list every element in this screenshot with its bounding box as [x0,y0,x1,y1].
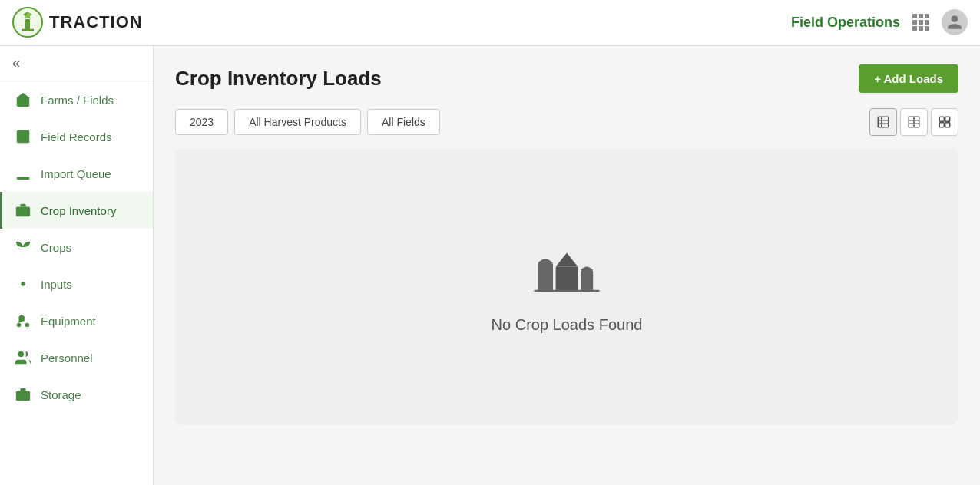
sidebar-item-field-records[interactable]: Field Records [0,118,153,155]
svg-rect-3 [25,19,30,30]
sidebar-collapse-button[interactable]: « [0,46,153,81]
sidebar-item-label: Storage [41,388,81,401]
sidebar-item-label: Field Records [41,130,112,144]
user-avatar[interactable] [942,9,968,35]
sidebar-item-label: Crop Inventory [41,204,116,217]
import-queue-icon [15,165,31,182]
view-toggle [869,108,958,136]
personnel-icon [15,349,31,366]
svg-rect-30 [581,270,593,291]
sidebar: « Farms / Fields Field Records Import Qu… [0,46,154,485]
card-view-button[interactable] [931,108,958,136]
svg-marker-29 [556,252,578,266]
svg-point-10 [21,282,25,286]
svg-rect-24 [945,117,950,121]
page-title: Crop Inventory Loads [175,67,382,91]
field-records-icon [15,128,31,145]
empty-state-icon [532,239,601,304]
sidebar-item-label: Personnel [41,351,93,365]
body-area: « Farms / Fields Field Records Import Qu… [0,46,980,485]
page-header: Crop Inventory Loads + Add Loads [175,64,958,93]
sidebar-item-label: Equipment [41,315,96,328]
traction-logo-icon [12,7,43,38]
svg-rect-25 [939,123,944,127]
field-operations-label: Field Operations [791,15,900,31]
svg-rect-27 [538,263,553,291]
header-right: Field Operations [791,9,968,35]
apps-grid-icon[interactable] [912,14,929,31]
add-loads-button[interactable]: + Add Loads [859,64,958,93]
svg-point-11 [25,323,30,328]
products-filter-button[interactable]: All Harvest Products [234,109,361,135]
sidebar-item-label: Import Queue [41,167,111,180]
sidebar-item-crops[interactable]: Crops [0,229,153,266]
logo-area: TRACTION [12,7,143,38]
farms-fields-icon [15,91,31,108]
crops-icon [15,239,31,256]
sidebar-item-crop-inventory[interactable]: Crop Inventory [0,192,153,229]
storage-icon [15,386,31,403]
filter-bar: 2023 All Harvest Products All Fields [175,108,958,136]
inputs-icon [15,275,31,292]
sidebar-item-import-queue[interactable]: Import Queue [0,155,153,192]
sidebar-item-equipment[interactable]: Equipment [0,302,153,339]
empty-state-message: No Crop Loads Found [492,316,643,334]
main-content: Crop Inventory Loads + Add Loads 2023 Al… [154,46,980,485]
svg-point-12 [17,323,22,328]
svg-rect-7 [16,206,30,216]
fields-filter-button[interactable]: All Fields [367,109,440,135]
sidebar-item-label: Inputs [41,278,72,291]
svg-rect-28 [556,266,578,291]
sidebar-item-label: Crops [41,241,71,254]
split-view-button[interactable] [900,108,928,136]
svg-rect-14 [16,391,30,401]
sidebar-item-inputs[interactable]: Inputs [0,266,153,302]
logo-text: TRACTION [49,12,143,32]
sidebar-item-storage[interactable]: Storage [0,376,153,413]
svg-rect-26 [945,123,950,127]
svg-rect-15 [878,117,889,127]
table-view-button[interactable] [869,108,897,136]
svg-rect-23 [939,117,944,121]
sidebar-item-farms-fields[interactable]: Farms / Fields [0,81,153,118]
year-filter-button[interactable]: 2023 [175,109,228,135]
crop-inventory-icon [15,202,31,219]
svg-rect-5 [17,130,30,144]
sidebar-item-label: Farms / Fields [41,94,114,107]
svg-point-13 [18,351,24,357]
app-header: TRACTION Field Operations [0,0,980,46]
sidebar-item-personnel[interactable]: Personnel [0,339,153,376]
empty-state: No Crop Loads Found [175,148,958,424]
equipment-icon [15,312,31,329]
svg-rect-6 [17,177,30,180]
